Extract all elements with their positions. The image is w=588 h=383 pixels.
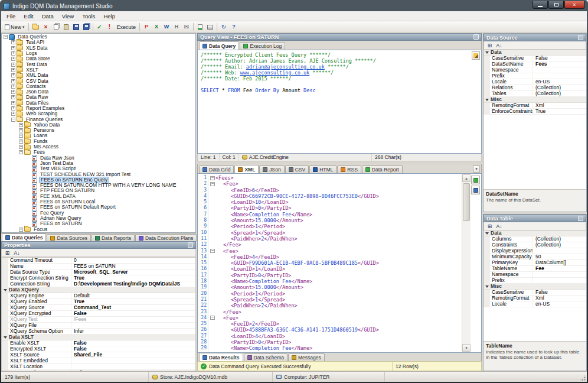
view-report-button[interactable] xyxy=(471,186,480,194)
property-row[interactable]: XQuery File xyxy=(2,323,195,329)
tab-json[interactable]: JSon xyxy=(259,165,284,173)
property-category[interactable]: Data xyxy=(484,231,586,236)
property-category[interactable]: Data xyxy=(484,50,586,56)
tab-data-grid[interactable]: Data Grid xyxy=(199,165,234,173)
property-row[interactable]: XSLT Location xyxy=(2,364,195,370)
scroll-track[interactable] xyxy=(462,182,471,344)
tab-execution-log[interactable]: Execution Log xyxy=(240,42,285,50)
property-row[interactable]: Enable XSLTFalse xyxy=(2,340,195,346)
property-row[interactable]: DisplayExpression xyxy=(484,248,586,254)
data-queries-tree[interactable]: −Data Queries+Test API+XLS Data+Logs+Dat… xyxy=(1,33,196,233)
fold-icon[interactable]: − xyxy=(210,249,215,253)
categorized-view-button[interactable]: ⊞ xyxy=(486,42,494,48)
property-category[interactable]: Data XSLT xyxy=(2,335,195,340)
validate-button[interactable]: ✓ xyxy=(95,22,104,32)
tab-data-execution-plans[interactable]: Data Execution Plans xyxy=(135,234,197,241)
data-source-property-grid[interactable]: DataCaseSensitiveFalseDataSetNameFeesNam… xyxy=(484,50,586,189)
tree-expander[interactable]: + xyxy=(11,51,15,56)
refresh-button[interactable]: ↻ xyxy=(219,22,228,32)
minimize-button[interactable] xyxy=(533,1,548,9)
alphabetical-sort-button[interactable]: A↓ xyxy=(495,223,503,229)
categorized-view-button[interactable]: ⊞ xyxy=(486,223,494,229)
tree-expander[interactable]: − xyxy=(11,118,15,122)
property-row[interactable]: Command Timeout0 xyxy=(2,258,195,264)
alphabetical-sort-button[interactable]: A↓ xyxy=(495,42,503,48)
property-row[interactable]: XSLT SourceShared_File xyxy=(2,352,195,358)
tree-expander[interactable]: − xyxy=(19,150,23,154)
property-row[interactable]: Columns(Collection) xyxy=(484,236,586,242)
menu-view[interactable]: View xyxy=(58,12,78,20)
property-row[interactable]: Namespace xyxy=(484,272,586,278)
tab-data-queries[interactable]: Data Queries xyxy=(2,233,46,241)
tree-expander[interactable]: + xyxy=(11,112,15,116)
xml-scrollbar[interactable]: ▲ ▼ xyxy=(462,174,471,352)
scroll-up-icon[interactable]: ▲ xyxy=(462,174,471,182)
tree-expander[interactable]: + xyxy=(11,57,15,61)
tree-expander[interactable]: + xyxy=(19,128,23,132)
float-panel-icon[interactable] xyxy=(473,34,479,40)
tree-item[interactable]: +XML Data xyxy=(2,73,195,78)
new-button[interactable]: New▾ xyxy=(3,22,27,32)
save-all-button[interactable] xyxy=(81,22,91,32)
export-data-button[interactable] xyxy=(471,176,480,184)
email-button[interactable]: ✉ xyxy=(182,22,191,32)
menu-file[interactable]: File xyxy=(2,12,19,20)
tree-expander[interactable]: + xyxy=(19,123,23,127)
xml-viewer[interactable]: 1−<Fees>2−<Fee>3<FeeID>6</FeeID>4<GUID>C… xyxy=(197,173,482,353)
tab-data-query[interactable]: Data Query xyxy=(199,41,239,50)
tree-expander[interactable]: + xyxy=(19,134,23,138)
tab-data-results[interactable]: Data Results xyxy=(199,353,243,361)
property-row[interactable]: EnforceConstraintsTrue xyxy=(484,109,586,115)
tree-item[interactable]: +Focus xyxy=(2,226,195,232)
tree-item[interactable]: −Finance Queries xyxy=(2,116,195,122)
tree-item[interactable]: +MS Access xyxy=(2,144,195,150)
tab-html[interactable]: HTML xyxy=(309,165,337,173)
property-row[interactable]: Localeen-US xyxy=(484,79,586,85)
tree-item[interactable]: FEE XML DATA xyxy=(2,194,195,199)
execute-button[interactable]: Execute xyxy=(115,22,138,32)
report-button[interactable] xyxy=(195,22,205,32)
export-html-button[interactable]: H xyxy=(172,22,181,32)
float-panel-icon[interactable] xyxy=(578,216,583,221)
tab-csv[interactable]: CSV xyxy=(285,165,309,173)
tree-expander[interactable]: + xyxy=(11,73,15,77)
property-row[interactable]: XQuery EngineDefault xyxy=(2,293,195,299)
tree-item[interactable]: Data Raw Json xyxy=(2,155,195,161)
tab-data-reports[interactable]: Data Reports xyxy=(92,234,135,241)
property-row[interactable]: MinimumCapacity50 xyxy=(484,254,586,260)
query-property-grid[interactable]: Command Timeout0NameFEES on SATURNData S… xyxy=(1,257,196,371)
warning-icon[interactable]: ! xyxy=(105,22,115,32)
property-row[interactable]: Constraints(Collection) xyxy=(484,242,586,248)
property-row[interactable]: Encrypted XSLTFalse xyxy=(2,346,195,352)
open-button[interactable] xyxy=(31,22,41,32)
maximize-button[interactable] xyxy=(548,1,564,9)
property-row[interactable]: XSLT Embedded xyxy=(2,358,195,364)
tree-item[interactable]: Fee Query xyxy=(2,210,195,216)
close-button[interactable]: × xyxy=(564,1,584,9)
property-row[interactable]: Encrypt Connection StringTrue xyxy=(2,275,195,281)
edit-query-button[interactable] xyxy=(472,51,480,60)
print-button[interactable] xyxy=(205,22,215,32)
tree-item[interactable]: +Loans xyxy=(2,133,195,138)
property-row[interactable]: Localeen-US xyxy=(484,301,586,307)
tree-item[interactable]: FEES ON SATURN.COM HTTP WITH A VERY LONG… xyxy=(2,183,195,188)
alphabetical-sort-button[interactable]: A↓ xyxy=(13,249,21,256)
property-category[interactable]: Misc xyxy=(484,284,586,290)
property-category[interactable]: Misc xyxy=(484,97,586,103)
categorized-view-button[interactable]: ⊞ xyxy=(4,249,11,256)
tree-item[interactable]: +Yahoo Data xyxy=(2,122,195,128)
delete-button[interactable]: × xyxy=(41,22,51,32)
property-row[interactable]: RemotingFormatXml xyxy=(484,103,586,109)
help-button[interactable]: ? xyxy=(229,22,239,32)
property-row[interactable]: XQuery Text/Fees xyxy=(2,317,195,323)
tree-item[interactable]: +Funds xyxy=(2,139,195,144)
property-row[interactable]: PrimaryKeyDataColumn[] xyxy=(484,260,586,266)
export-pdf-button[interactable]: P xyxy=(142,22,151,32)
menu-data[interactable]: Data xyxy=(38,12,58,20)
tree-expander[interactable]: + xyxy=(11,95,15,99)
tree-expander[interactable]: + xyxy=(11,90,15,94)
property-row[interactable]: CaseSensitiveFalse xyxy=(484,56,586,61)
save-button[interactable] xyxy=(71,22,81,32)
collapse-panel-icon[interactable]: ▾ xyxy=(473,165,480,173)
tree-expander[interactable]: + xyxy=(11,40,15,44)
